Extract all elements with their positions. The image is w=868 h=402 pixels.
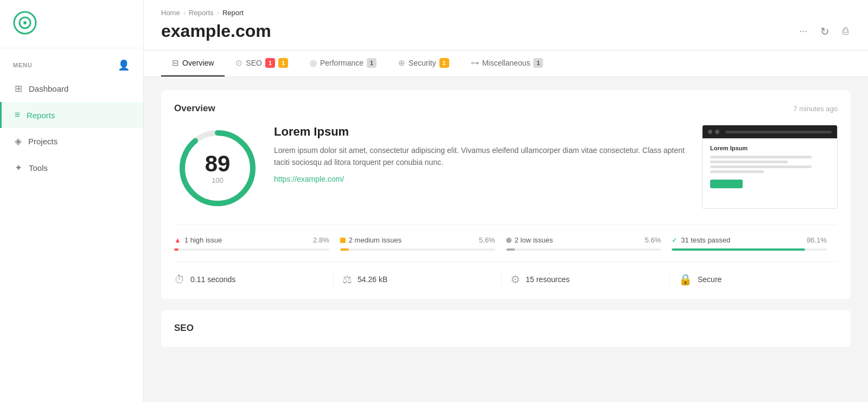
tab-performance[interactable]: ◎ Performance 1	[299, 50, 387, 76]
tabs-bar: ⊟ Overview ⊙ SEO 1 1 ◎ Performance 1 ⊕ S…	[144, 50, 868, 77]
security-stat-icon: 🔒	[679, 273, 692, 286]
reports-icon: ≡	[15, 110, 20, 120]
seo-badge-red: 1	[265, 58, 275, 68]
thumb-line-1	[710, 156, 812, 158]
topbar: Home › Reports › Report example.com ··· …	[144, 0, 868, 50]
issue-high-header: ▲ 1 high issue 2.8%	[174, 236, 329, 244]
refresh-button[interactable]: ↻	[818, 23, 832, 40]
app-logo	[13, 11, 37, 35]
passed-bar-bg	[672, 248, 827, 251]
overview-header: Overview 7 minutes ago	[174, 103, 838, 114]
issue-medium-header: 2 medium issues 5.6%	[340, 236, 495, 244]
score-circle: 89 100	[174, 125, 261, 212]
stat-time: ⏱ 0.11 seconds	[174, 273, 333, 286]
low-issue-pct: 5.6%	[645, 236, 661, 244]
tab-seo[interactable]: ⊙ SEO 1 1	[225, 50, 299, 76]
stats-row: ⏱ 0.11 seconds ⚖ 54.26 kB ⚙ 15 resources…	[174, 261, 838, 286]
breadcrumb-sep-1: ›	[183, 9, 186, 17]
seo-tab-icon: ⊙	[235, 58, 242, 68]
performance-tab-icon: ◎	[310, 58, 317, 68]
issue-medium: 2 medium issues 5.6%	[340, 236, 506, 251]
issue-passed: ✓ 31 tests passed 86.1%	[672, 236, 838, 251]
sidebar-item-reports[interactable]: ≡ Reports	[0, 102, 143, 128]
logo-area	[0, 0, 143, 48]
thumb-button	[710, 180, 743, 188]
medium-issue-icon	[340, 238, 346, 243]
stat-resources: ⚙ 15 resources	[501, 273, 669, 286]
overview-link[interactable]: https://example.com/	[274, 175, 344, 183]
main-content: Home › Reports › Report example.com ··· …	[144, 0, 868, 402]
thumb-body: Lorem Ipsum	[703, 138, 837, 208]
preview-thumbnail: Lorem Ipsum	[702, 125, 838, 209]
overview-time: 7 minutes ago	[793, 105, 838, 113]
tab-overview[interactable]: ⊟ Overview	[161, 50, 225, 76]
content-area: Overview 7 minutes ago 89 100	[144, 77, 868, 360]
issue-low: 2 low issues 5.6%	[506, 236, 672, 251]
security-badge: 1	[439, 58, 449, 68]
overview-tab-icon: ⊟	[172, 58, 179, 68]
thumb-dot-2	[715, 130, 719, 134]
high-issue-icon: ▲	[174, 236, 181, 244]
overview-info: Lorem Ipsum Lorem ipsum dolor sit amet, …	[274, 125, 689, 184]
thumb-titlebar	[703, 125, 837, 138]
overview-section-title: Overview	[174, 103, 215, 114]
menu-label: MENU 👤	[0, 48, 143, 75]
sidebar-item-dashboard[interactable]: ⊞ Dashboard	[0, 75, 143, 102]
issues-row: ▲ 1 high issue 2.8% 2 medium issues 5.6%	[174, 225, 838, 251]
seo-badge-yellow: 1	[278, 58, 288, 68]
passed-icon: ✓	[672, 236, 678, 244]
issue-high: ▲ 1 high issue 2.8%	[174, 236, 340, 251]
user-icon[interactable]: 👤	[118, 59, 130, 71]
misc-tab-icon: ⊶	[471, 58, 479, 68]
tab-security[interactable]: ⊕ Security 1	[387, 50, 460, 76]
sidebar-item-tools[interactable]: ✦ Tools	[0, 155, 143, 181]
stat-size-value: 54.26 kB	[358, 275, 387, 284]
stat-time-value: 0.11 seconds	[190, 275, 235, 284]
stat-resources-value: 15 resources	[526, 275, 570, 284]
tools-icon: ✦	[15, 162, 22, 174]
passed-pct: 86.1%	[807, 236, 827, 244]
medium-issue-bar-fill	[340, 248, 349, 251]
high-issue-pct: 2.8%	[313, 236, 329, 244]
thumb-line-3	[710, 165, 812, 168]
thumb-lines	[710, 156, 829, 173]
low-issue-bar-fill	[506, 248, 515, 251]
more-options-button[interactable]: ···	[797, 23, 809, 39]
issue-low-header: 2 low issues 5.6%	[506, 236, 661, 244]
resources-icon: ⚙	[510, 273, 520, 286]
passed-label: 31 tests passed	[681, 236, 803, 244]
issue-passed-header: ✓ 31 tests passed 86.1%	[672, 236, 827, 244]
sidebar-nav: ⊞ Dashboard ≡ Reports ◈ Projects ✦ Tools	[0, 75, 143, 181]
thumb-line-2	[710, 161, 788, 163]
time-icon: ⏱	[174, 273, 185, 286]
thumb-title: Lorem Ipsum	[710, 145, 748, 151]
overview-info-title: Lorem Ipsum	[274, 125, 689, 139]
score-value: 89	[205, 152, 231, 175]
seo-section-title: SEO	[174, 323, 838, 334]
security-tab-icon: ⊕	[398, 58, 405, 68]
tab-miscellaneous[interactable]: ⊶ Miscellaneous 1	[460, 50, 554, 76]
low-issue-icon	[506, 238, 512, 243]
passed-bar-fill	[672, 248, 805, 251]
low-issue-bar-bg	[506, 248, 661, 251]
dashboard-icon: ⊞	[15, 83, 22, 94]
print-button[interactable]: ⎙	[840, 23, 851, 39]
score-total: 100	[205, 176, 231, 184]
topbar-actions: ··· ↻ ⎙	[797, 23, 851, 40]
low-issue-label: 2 low issues	[515, 236, 642, 244]
stat-size: ⚖ 54.26 kB	[333, 273, 501, 286]
score-text: 89 100	[205, 152, 231, 184]
medium-issue-bar-bg	[340, 248, 495, 251]
overview-body: 89 100 Lorem Ipsum Lorem ipsum dolor sit…	[174, 125, 838, 212]
performance-badge: 1	[367, 58, 376, 68]
page-title: example.com	[161, 21, 271, 41]
sidebar-item-projects[interactable]: ◈ Projects	[0, 128, 143, 155]
breadcrumb: Home › Reports › Report	[161, 9, 851, 17]
sidebar: MENU 👤 ⊞ Dashboard ≡ Reports ◈ Projects …	[0, 0, 144, 402]
breadcrumb-sep-2: ›	[217, 9, 219, 17]
size-icon: ⚖	[342, 273, 352, 286]
overview-desc: Lorem ipsum dolor sit amet, consectetur …	[274, 144, 689, 169]
stat-security: 🔒 Secure	[669, 273, 838, 286]
medium-issue-label: 2 medium issues	[349, 236, 476, 244]
high-issue-label: 1 high issue	[184, 236, 310, 244]
